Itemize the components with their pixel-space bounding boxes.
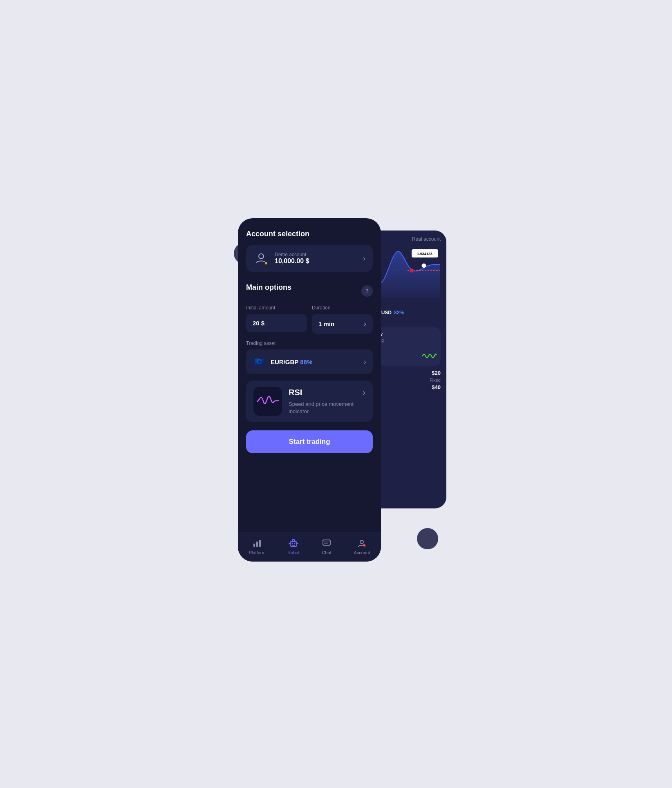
asset-name: EUR/GBP 88% xyxy=(271,358,312,365)
nav-item-platform[interactable]: Platform xyxy=(242,538,272,555)
eur-gbp-flag-icon: 🇪🇺 xyxy=(253,355,266,368)
svg-point-23 xyxy=(363,544,365,546)
nav-item-chat[interactable]: Chat xyxy=(315,538,338,555)
duration-chevron-icon: › xyxy=(364,320,366,328)
nav-item-account[interactable]: Account xyxy=(347,538,376,555)
asset-card-left: 🇪🇺 EUR/GBP 88% xyxy=(253,355,312,368)
help-button[interactable]: ? xyxy=(361,285,373,297)
account-avatar-icon xyxy=(253,251,269,266)
svg-rect-13 xyxy=(292,540,295,542)
rsi-content: RSI › Speed and price movement indicator xyxy=(289,387,365,415)
svg-point-2 xyxy=(410,269,414,273)
main-options-title: Main options xyxy=(246,283,291,292)
svg-rect-9 xyxy=(253,544,255,547)
trading-asset-section: Trading asset 🇪🇺 EUR/GBP 88% › xyxy=(246,340,373,374)
svg-point-8 xyxy=(259,254,264,259)
rsi-description: Speed and price movement indicator xyxy=(289,401,365,415)
svg-rect-19 xyxy=(323,540,330,545)
account-card-left: Demo account 10,000.00 $ xyxy=(253,251,309,266)
rsi-waveform-icon xyxy=(256,393,279,410)
bottom-nav: Platform Robot xyxy=(238,533,381,562)
rsi-icon-box xyxy=(253,387,282,416)
account-balance: 10,000.00 $ xyxy=(275,257,309,265)
robot-nav-label: Robot xyxy=(287,550,299,555)
duration-input[interactable]: 1 min › xyxy=(312,314,373,334)
svg-point-22 xyxy=(360,540,363,544)
account-nav-label: Account xyxy=(354,550,370,555)
rsi-card[interactable]: RSI › Speed and price movement indicator xyxy=(246,381,373,422)
initial-amount-group: Initial amount 20 $ xyxy=(246,305,307,334)
svg-point-1 xyxy=(422,264,426,268)
start-trading-button[interactable]: Start trading xyxy=(246,430,373,453)
scene: Real account xyxy=(238,218,434,570)
robot-icon xyxy=(288,538,299,548)
options-row: Initial amount 20 $ Duration 1 min › xyxy=(246,305,373,334)
account-nav-icon xyxy=(356,538,367,548)
svg-text:1.934123: 1.934123 xyxy=(417,252,432,256)
svg-rect-10 xyxy=(256,542,258,547)
duration-label: Duration xyxy=(312,305,373,311)
initial-amount-input[interactable]: 20 $ xyxy=(246,314,307,332)
account-selection-section: Account selection Demo account 10, xyxy=(246,230,373,272)
account-name: Demo account xyxy=(275,252,309,257)
chat-icon xyxy=(321,538,332,548)
asset-pct: 88% xyxy=(300,358,312,365)
account-status-dot xyxy=(264,261,268,265)
initial-amount-label: Initial amount xyxy=(246,305,307,311)
account-info: Demo account 10,000.00 $ xyxy=(275,252,309,265)
nav-item-robot[interactable]: Robot xyxy=(281,538,306,555)
svg-rect-11 xyxy=(259,540,261,547)
trading-asset-label: Trading asset xyxy=(246,340,373,346)
trading-asset-card[interactable]: 🇪🇺 EUR/GBP 88% › xyxy=(246,349,373,374)
rsi-header: RSI › xyxy=(289,387,365,398)
main-content: Account selection Demo account 10, xyxy=(238,218,381,533)
duration-group: Duration 1 min › xyxy=(312,305,373,334)
main-options-section: Main options ? Initial amount 20 $ Durat… xyxy=(246,283,373,374)
deco-circle-bottom xyxy=(417,528,438,549)
svg-point-15 xyxy=(291,543,293,544)
rsi-title: RSI xyxy=(289,388,302,397)
main-card: Account selection Demo account 10, xyxy=(238,218,381,562)
main-options-header: Main options ? xyxy=(246,283,373,298)
asset-chevron-icon: › xyxy=(364,358,366,366)
chart-bar-icon xyxy=(252,538,262,548)
chat-nav-label: Chat xyxy=(322,550,331,555)
svg-point-16 xyxy=(294,543,295,544)
platform-nav-label: Platform xyxy=(249,550,266,555)
account-chevron-icon: › xyxy=(363,254,365,263)
account-card[interactable]: Demo account 10,000.00 $ › xyxy=(246,245,373,272)
account-selection-title: Account selection xyxy=(246,230,373,238)
rsi-chevron-icon: › xyxy=(363,387,365,398)
